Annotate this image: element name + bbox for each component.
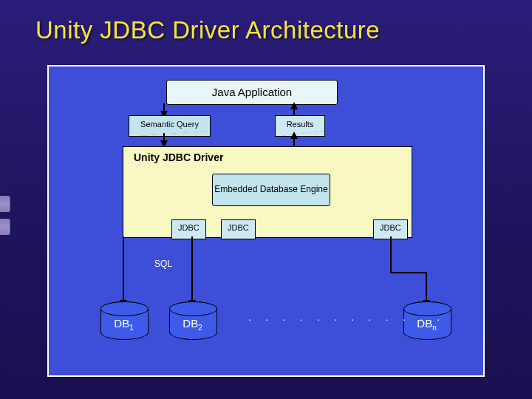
diagram-frame: Java Application Semantic Query Results … [47, 65, 485, 377]
jdbc-label: JDBC [171, 219, 206, 239]
connector-line [390, 272, 426, 273]
decor-bar [0, 219, 10, 235]
java-application-box: Java Application [166, 80, 338, 105]
sql-label: SQL [154, 259, 172, 269]
db-label: DB1 [100, 317, 147, 332]
driver-title: Unity JDBC Driver [134, 151, 223, 163]
database-cylinder: DB2 [169, 301, 216, 338]
connector-line [390, 236, 392, 272]
connector-line [426, 272, 427, 303]
embedded-database-engine-box: Embedded Database Engine [212, 174, 330, 206]
arrow-up-icon [290, 102, 298, 109]
database-cylinder: DB1 [100, 301, 147, 338]
arrow-up-icon [290, 132, 298, 139]
db-label: DB2 [169, 317, 216, 332]
connector-line [123, 236, 124, 303]
unity-jdbc-driver-box: Unity JDBC Driver Embedded Database Engi… [123, 146, 412, 238]
ellipsis-dots: . . . . . . . . . . . . [248, 312, 446, 323]
semantic-query-label: Semantic Query [129, 115, 211, 137]
decor-bar [0, 196, 10, 212]
connector-line [191, 236, 193, 303]
results-label: Results [275, 115, 325, 137]
page-title: Unity JDBC Driver Architecture [35, 16, 380, 44]
jdbc-label: JDBC [221, 219, 256, 239]
